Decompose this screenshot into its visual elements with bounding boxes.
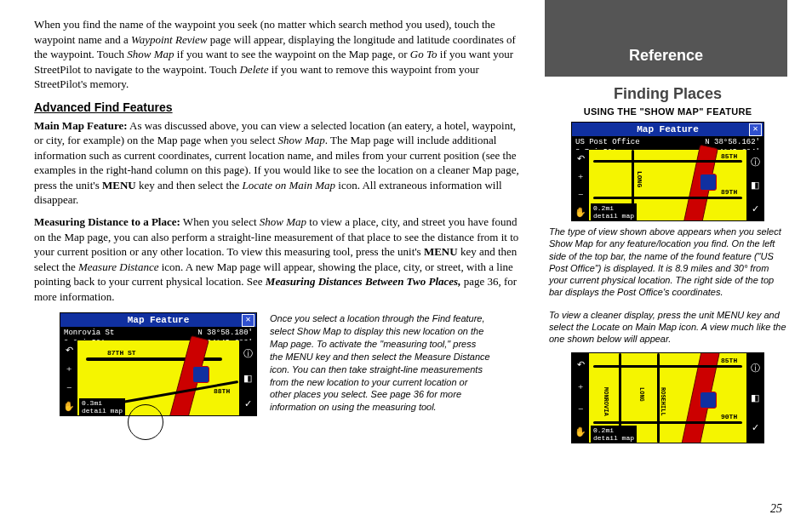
map-title: Map Feature ✕ — [60, 313, 256, 327]
info-left: US Post Office 8.7mi 30° — [575, 137, 640, 149]
detail-label: 0.3mi detail map — [79, 398, 125, 415]
close-icon[interactable]: ✕ — [749, 123, 762, 136]
zoom-out-icon[interactable]: − — [574, 402, 587, 415]
icon[interactable]: ✓ — [748, 420, 762, 434]
zoom-in-icon[interactable]: + — [62, 362, 76, 375]
zoom-in-icon[interactable]: + — [574, 380, 587, 393]
right-caption-2: To view a cleaner display, press the uni… — [549, 309, 786, 346]
detail-label: 0.2mi detail map — [591, 426, 637, 443]
back-icon[interactable]: ↶ — [574, 152, 587, 165]
measuring-paragraph: Measuring Distance to a Place: When you … — [34, 214, 519, 304]
close-icon[interactable]: ✕ — [242, 314, 254, 327]
zoom-out-icon[interactable]: − — [574, 187, 587, 201]
back-icon[interactable]: ↶ — [574, 357, 587, 371]
info-right: N 38°58.180' W094°43.692' — [197, 328, 253, 340]
info-icon[interactable]: ⓘ — [241, 346, 254, 360]
right-map-figure-1: Map Feature ✕ US Post Office 8.7mi 30° N… — [571, 122, 764, 221]
hand-icon[interactable]: ✋ — [574, 425, 587, 438]
info-icon[interactable]: ⓘ — [748, 155, 762, 169]
advanced-find-heading: Advanced Find Features — [34, 100, 519, 114]
finding-places-heading: Finding Places — [549, 85, 786, 103]
hand-icon[interactable]: ✋ — [62, 399, 76, 413]
icon[interactable]: ◧ — [241, 371, 254, 385]
icon[interactable]: ◧ — [748, 178, 762, 192]
left-caption: Once you select a location through the F… — [270, 312, 491, 416]
info-icon[interactable]: ⓘ — [748, 361, 762, 374]
info-left: Monrovia St 9.0mi 30° — [64, 328, 114, 340]
hand-icon[interactable]: ✋ — [574, 205, 587, 219]
main-map-paragraph: Main Map Feature: As was discussed above… — [34, 118, 519, 208]
page-number: 25 — [770, 502, 782, 516]
reference-header: Reference — [545, 0, 787, 77]
detail-label: 0.2mi detail map — [591, 203, 637, 220]
back-icon[interactable]: ↶ — [62, 343, 76, 357]
intro-paragraph: When you find the name of the waypoint y… — [34, 17, 519, 92]
left-map-figure: Map Feature ✕ Monrovia St 9.0mi 30° N 38… — [60, 312, 257, 416]
icon[interactable]: ✓ — [241, 397, 254, 410]
show-map-subheading: USING THE "SHOW MAP" FEATURE — [549, 106, 786, 117]
map-title: Map Feature ✕ — [572, 123, 763, 136]
right-caption-1: The type of view shown above appears whe… — [549, 226, 786, 299]
icon[interactable]: ✓ — [748, 202, 762, 215]
right-map-figure-2: 85TH MONROVIA ROSEHILL LONG 90TH ↶ + − ✋… — [571, 352, 764, 443]
zoom-in-icon[interactable]: + — [574, 169, 587, 183]
icon[interactable]: ◧ — [748, 391, 762, 404]
zoom-out-icon[interactable]: − — [62, 380, 76, 394]
